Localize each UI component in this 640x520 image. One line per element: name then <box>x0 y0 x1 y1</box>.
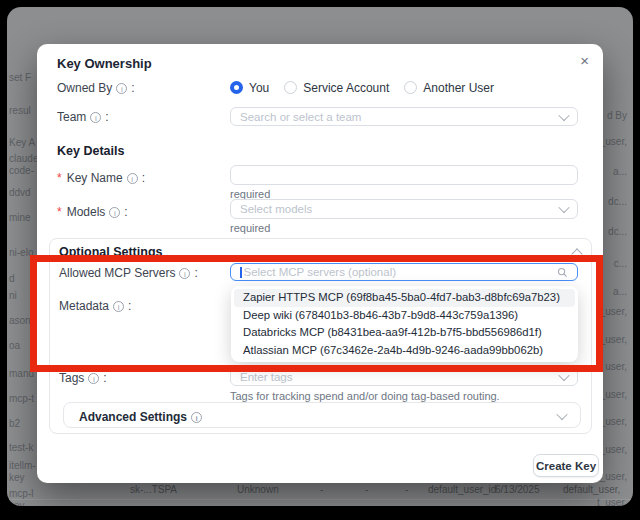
table-text-fragment: dc... <box>608 226 627 237</box>
info-icon[interactable]: i <box>113 301 124 312</box>
owned-by-label: Owned Byi: <box>57 81 135 95</box>
required-asterisk: * <box>57 205 62 219</box>
table-text-fragment: Key A <box>9 137 35 148</box>
radio-label: Another User <box>423 81 494 95</box>
table-text-fragment: _user, <box>600 444 627 455</box>
table-text-fragment: mine <box>9 212 31 223</box>
advanced-settings-card[interactable]: Advanced Settingsi <box>63 402 581 428</box>
table-text-fragment: _user, <box>600 471 627 482</box>
radio-label: Service Account <box>303 81 389 95</box>
info-icon[interactable]: i <box>127 173 138 184</box>
info-icon[interactable]: i <box>90 112 101 123</box>
table-text-fragment: ason2 <box>9 315 36 326</box>
owned-by-radio-group: YouService AccountAnother User <box>230 80 509 95</box>
table-cell: sk-...TSPA <box>130 484 177 495</box>
info-icon[interactable]: i <box>116 83 127 94</box>
mcp-dropdown-option[interactable]: Atlassian MCP (67c3462e-2a4b-4d9b-9246-a… <box>234 342 575 360</box>
mcp-dropdown-option[interactable]: Databricks MCP (b8431bea-aa9f-412b-b7f5-… <box>234 324 575 342</box>
table-text-fragment: _user, <box>600 306 627 317</box>
table-text-fragment: oa <box>9 340 20 351</box>
chevron-down-icon <box>558 202 569 213</box>
radio-label: You <box>249 81 269 95</box>
team-label: Teami: <box>57 110 109 124</box>
table-text-fragment: ddvd <box>9 187 31 198</box>
table-text-fragment: t_user, <box>597 497 627 506</box>
table-cell: - <box>320 484 323 495</box>
models-select[interactable]: Select models <box>230 199 578 219</box>
radio-option-another-user[interactable]: Another User <box>404 81 494 95</box>
table-text-fragment: mcp-l <box>9 488 33 499</box>
table-row-divider <box>7 499 633 500</box>
radio-unselected-icon <box>284 81 297 94</box>
table-text-fragment: key <box>9 500 25 506</box>
info-icon[interactable]: i <box>191 412 202 423</box>
chevron-down-icon <box>556 409 567 420</box>
table-cell: Unknown <box>237 484 279 495</box>
chevron-down-icon <box>558 369 569 380</box>
table-text-fragment: _user, <box>600 136 627 147</box>
create-key-button[interactable]: Create Key <box>533 454 599 477</box>
tags-help-text: Tags for tracking spend and/or doing tag… <box>230 390 500 402</box>
table-cell: 6/13/2025 <box>495 484 540 495</box>
table-text-fragment: code- <box>9 165 34 176</box>
table-text-fragment: set F <box>9 72 31 83</box>
radio-option-service-account[interactable]: Service Account <box>284 81 389 95</box>
models-label: *Modelsi: <box>57 205 128 219</box>
table-text-fragment: itellm- <box>9 460 36 471</box>
table-text-fragment: test-k <box>9 442 33 453</box>
info-icon[interactable]: i <box>179 268 190 279</box>
key-details-heading: Key Details <box>57 144 124 158</box>
allowed-mcp-servers-label: Allowed MCP Serversi: <box>59 266 198 280</box>
info-icon[interactable]: i <box>109 207 120 218</box>
required-asterisk: * <box>57 171 62 185</box>
table-text-fragment: _user, <box>600 416 627 427</box>
table-text-fragment: a... <box>613 166 627 177</box>
search-icon <box>557 267 568 278</box>
table-text-fragment: ni-elo <box>9 247 33 258</box>
table-text-fragment: _user, <box>600 334 627 345</box>
info-icon[interactable]: i <box>88 373 99 384</box>
tags-label: Tagsi: <box>59 371 107 385</box>
table-text-fragment: resul <box>9 105 31 116</box>
close-icon[interactable]: × <box>580 52 589 70</box>
table-text-fragment: d <box>9 273 15 284</box>
radio-option-you[interactable]: You <box>230 81 269 95</box>
text-cursor <box>240 267 242 278</box>
team-select[interactable]: Search or select a team <box>230 107 578 126</box>
create-key-modal: Key Ownership × Owned Byi: YouService Ac… <box>37 44 603 483</box>
radio-selected-icon <box>230 81 243 94</box>
tags-select[interactable]: Enter tags <box>230 367 578 386</box>
mcp-servers-select[interactable]: Select MCP servers (optional) <box>230 263 578 281</box>
table-text-fragment: key <box>9 472 25 483</box>
table-text-fragment: user, <box>605 361 627 372</box>
modal-title: Key Ownership <box>57 56 152 71</box>
table-text-fragment: c... <box>614 258 627 269</box>
optional-settings-heading[interactable]: Optional Settings <box>59 245 162 259</box>
radio-unselected-icon <box>404 81 417 94</box>
mcp-servers-dropdown: Zapier HTTPS MCP (69f8ba45-5ba0-4fd7-bab… <box>231 286 578 362</box>
table-cell: - <box>365 484 368 495</box>
table-text-fragment: dc... <box>608 196 627 207</box>
advanced-settings-heading: Advanced Settingsi <box>79 410 202 424</box>
key-name-label: *Key Namei: <box>57 171 145 185</box>
models-required-hint: required <box>230 222 270 234</box>
table-text-fragment: d By <box>607 110 627 121</box>
table-text-fragment: ni <box>9 290 17 301</box>
table-text-fragment: a... <box>613 286 627 297</box>
table-text-fragment: claude <box>9 153 38 164</box>
mcp-dropdown-option[interactable]: Zapier HTTPS MCP (69f8ba45-5ba0-4fd7-bab… <box>234 289 575 307</box>
table-cell: default_user_id <box>428 484 496 495</box>
table-text-fragment: mcp-t <box>9 393 34 404</box>
metadata-label: Metadatai: <box>59 299 131 313</box>
table-text-fragment: _user, <box>600 389 627 400</box>
table-cell: - <box>405 484 408 495</box>
key-name-input[interactable] <box>230 165 578 185</box>
table-text-fragment: b2 <box>9 418 20 429</box>
mcp-dropdown-option[interactable]: Deep wiki (678401b3-8b46-43b7-b9d8-443c7… <box>234 307 575 325</box>
table-text-fragment: manu <box>9 368 34 379</box>
chevron-down-icon <box>558 109 569 120</box>
table-cell: default_user, <box>563 484 620 495</box>
